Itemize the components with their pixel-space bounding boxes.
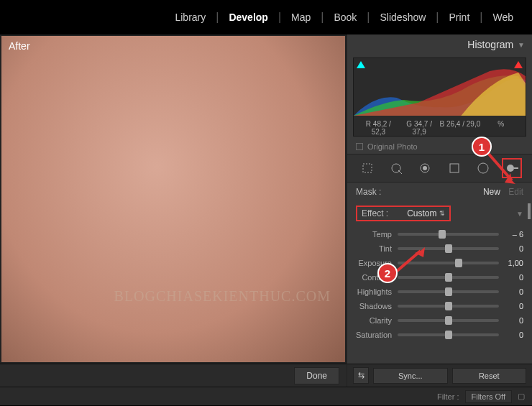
slider-temp: Temp– 6 (356, 227, 523, 241)
slider-value[interactable]: 1,00 (499, 259, 523, 267)
slider-thumb[interactable] (445, 273, 452, 282)
slider-track[interactable] (398, 276, 499, 279)
svg-rect-0 (363, 164, 372, 172)
shadow-clip-icon[interactable] (357, 61, 365, 68)
histogram-title[interactable]: Histogram (467, 39, 513, 50)
slider-thumb[interactable] (455, 259, 462, 267)
sync-button[interactable]: Sync... (373, 368, 448, 384)
slider-thumb[interactable] (439, 230, 446, 239)
slider-value[interactable]: 0 (499, 287, 523, 296)
slider-saturation: Saturation0 (356, 328, 523, 342)
slider-track[interactable] (398, 233, 499, 236)
after-label: After (9, 40, 30, 52)
slider-thumb[interactable] (445, 316, 452, 325)
original-photo-checkbox[interactable] (356, 143, 363, 150)
panel-collapse-icon[interactable]: ▼ (516, 210, 523, 218)
module-slideshow[interactable]: Slideshow (370, 11, 436, 23)
photo-preview[interactable]: BLOGCHIASEKIENTHUC.COM (1, 36, 345, 362)
module-book[interactable]: Book (324, 11, 367, 23)
slider-track[interactable] (398, 305, 499, 308)
slider-label: Highlights (356, 287, 398, 296)
histogram-display[interactable]: R 48,2 / 52,3 G 34,7 / 37,9 B 26,4 / 29,… (353, 57, 526, 137)
module-picker: Library | Develop | Map | Book | Slidesh… (0, 0, 532, 34)
slider-label: Clarity (356, 316, 398, 325)
svg-point-4 (423, 166, 427, 170)
callout-1: 1 (472, 137, 492, 157)
slider-tint: Tint0 (356, 241, 523, 256)
svg-line-2 (398, 170, 402, 174)
crop-tool-icon[interactable] (357, 158, 377, 178)
svg-line-9 (487, 152, 512, 180)
histogram-readout: R 48,2 / 52,3 G 34,7 / 37,9 B 26,4 / 29,… (354, 119, 526, 137)
graduated-filter-icon[interactable] (444, 158, 464, 178)
filter-bar: Filter : Filters Off ▢ (0, 387, 532, 405)
effect-dropdown[interactable]: Effect : Custom ⇅ (356, 206, 451, 221)
slider-thumb[interactable] (445, 244, 452, 253)
right-panel: Histogram ▼ R 48,2 / 52,3 G 34,7 / 37,9 … (347, 34, 532, 387)
mask-label: Mask : (356, 187, 381, 197)
slider-value[interactable]: 0 (499, 316, 523, 325)
slider-thumb[interactable] (445, 302, 452, 310)
original-photo-label: Original Photo (367, 142, 418, 151)
module-develop[interactable]: Develop (219, 11, 278, 23)
slider-value[interactable]: 0 (499, 273, 523, 282)
slider-label: Saturation (356, 331, 398, 339)
reset-button[interactable]: Reset (452, 368, 527, 384)
slider-value[interactable]: 0 (499, 302, 523, 310)
slider-value[interactable]: 0 (499, 331, 523, 339)
filter-lock-icon[interactable]: ▢ (518, 392, 525, 401)
slider-value[interactable]: – 6 (499, 230, 523, 239)
slider-value[interactable]: 0 (499, 244, 523, 253)
slider-track[interactable] (398, 333, 499, 336)
module-web[interactable]: Web (482, 11, 523, 23)
arrow-1-icon (483, 148, 519, 190)
svg-rect-5 (450, 164, 459, 172)
watermark: BLOGCHIASEKIENTHUC.COM (114, 288, 331, 305)
filter-label: Filter : (437, 392, 459, 401)
svg-line-11 (395, 251, 421, 272)
slider-label: Temp (356, 230, 398, 239)
before-after-toggle[interactable]: ⇆ (353, 367, 369, 384)
module-library[interactable]: Library (165, 11, 216, 23)
chevron-down-icon[interactable]: ▼ (518, 41, 525, 49)
dropdown-caret-icon: ⇅ (439, 210, 445, 217)
photo-preview-area: After BLOGCHIASEKIENTHUC.COM Done (0, 34, 347, 387)
filter-dropdown[interactable]: Filters Off (465, 390, 512, 403)
redeye-tool-icon[interactable] (415, 158, 435, 178)
slider-track[interactable] (398, 290, 499, 293)
slider-label: Shadows (356, 302, 398, 310)
slider-track[interactable] (398, 319, 499, 322)
slider-highlights: Highlights0 (356, 285, 523, 299)
slider-clarity: Clarity0 (356, 313, 523, 328)
done-button[interactable]: Done (294, 367, 339, 384)
module-print[interactable]: Print (439, 11, 480, 23)
spot-removal-icon[interactable] (386, 158, 406, 178)
module-map[interactable]: Map (281, 11, 321, 23)
panel-scroll-indicator[interactable] (528, 203, 531, 219)
callout-2: 2 (377, 263, 398, 283)
slider-shadows: Shadows0 (356, 299, 523, 313)
highlight-clip-icon[interactable] (514, 61, 523, 68)
slider-thumb[interactable] (445, 331, 452, 339)
slider-thumb[interactable] (445, 287, 452, 296)
